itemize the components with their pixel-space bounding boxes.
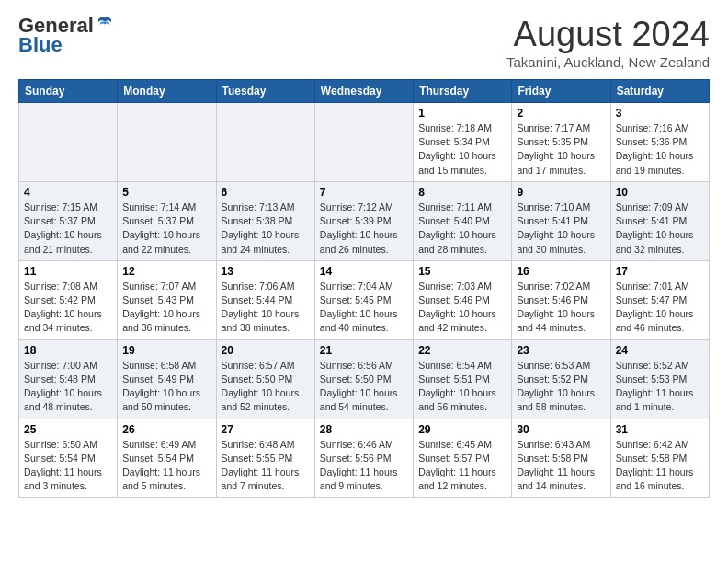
day-info: Sunrise: 7:13 AMSunset: 5:38 PMDaylight:… <box>222 201 310 257</box>
calendar-table: Sunday Monday Tuesday Wednesday Thursday… <box>18 79 710 498</box>
day-info: Sunrise: 7:16 AMSunset: 5:36 PMDaylight:… <box>616 121 704 178</box>
table-row: 26Sunrise: 6:49 AMSunset: 5:54 PMDayligh… <box>118 419 216 498</box>
table-row: 4Sunrise: 7:15 AMSunset: 5:37 PMDaylight… <box>19 181 118 260</box>
day-info: Sunrise: 6:56 AMSunset: 5:50 PMDaylight:… <box>320 359 408 415</box>
calendar-header-row: Sunday Monday Tuesday Wednesday Thursday… <box>19 80 710 103</box>
table-row: 10Sunrise: 7:09 AMSunset: 5:41 PMDayligh… <box>610 181 709 260</box>
day-info: Sunrise: 7:11 AMSunset: 5:40 PMDaylight:… <box>418 201 506 257</box>
calendar-week-row: 11Sunrise: 7:08 AMSunset: 5:42 PMDayligh… <box>19 260 710 339</box>
table-row: 16Sunrise: 7:02 AMSunset: 5:46 PMDayligh… <box>512 260 610 339</box>
day-info: Sunrise: 7:15 AMSunset: 5:37 PMDaylight:… <box>24 201 112 257</box>
table-row <box>19 103 118 182</box>
day-number: 19 <box>122 344 210 357</box>
calendar-week-row: 25Sunrise: 6:50 AMSunset: 5:54 PMDayligh… <box>19 419 710 498</box>
table-row: 14Sunrise: 7:04 AMSunset: 5:45 PMDayligh… <box>314 260 413 339</box>
day-info: Sunrise: 6:42 AMSunset: 5:58 PMDaylight:… <box>616 438 704 494</box>
day-info: Sunrise: 7:00 AMSunset: 5:48 PMDaylight:… <box>24 359 112 415</box>
table-row: 30Sunrise: 6:43 AMSunset: 5:58 PMDayligh… <box>512 419 610 498</box>
day-info: Sunrise: 6:49 AMSunset: 5:54 PMDaylight:… <box>122 438 210 494</box>
table-row: 6Sunrise: 7:13 AMSunset: 5:38 PMDaylight… <box>216 181 314 260</box>
day-number: 24 <box>616 344 704 357</box>
day-number: 20 <box>222 344 310 357</box>
calendar-week-row: 1Sunrise: 7:18 AMSunset: 5:34 PMDaylight… <box>19 103 710 182</box>
day-info: Sunrise: 7:07 AMSunset: 5:43 PMDaylight:… <box>122 280 210 336</box>
day-number: 31 <box>616 423 704 436</box>
day-number: 22 <box>418 344 506 357</box>
day-number: 9 <box>517 186 605 199</box>
table-row: 19Sunrise: 6:58 AMSunset: 5:49 PMDayligh… <box>118 339 216 419</box>
day-number: 3 <box>616 107 704 120</box>
month-title: August 2024 <box>506 15 710 54</box>
table-row: 17Sunrise: 7:01 AMSunset: 5:47 PMDayligh… <box>610 260 709 339</box>
day-number: 29 <box>418 423 506 436</box>
table-row: 3Sunrise: 7:16 AMSunset: 5:36 PMDaylight… <box>610 103 709 182</box>
day-info: Sunrise: 6:50 AMSunset: 5:54 PMDaylight:… <box>24 438 112 494</box>
day-number: 11 <box>24 265 112 278</box>
logo-bird-icon <box>96 15 114 33</box>
day-info: Sunrise: 6:53 AMSunset: 5:52 PMDaylight:… <box>517 359 605 415</box>
header-monday: Monday <box>118 80 216 103</box>
table-row: 25Sunrise: 6:50 AMSunset: 5:54 PMDayligh… <box>19 419 118 498</box>
day-info: Sunrise: 6:52 AMSunset: 5:53 PMDaylight:… <box>616 359 704 415</box>
table-row: 5Sunrise: 7:14 AMSunset: 5:37 PMDaylight… <box>118 181 216 260</box>
day-number: 27 <box>222 423 310 436</box>
table-row: 31Sunrise: 6:42 AMSunset: 5:58 PMDayligh… <box>610 419 709 498</box>
day-info: Sunrise: 6:48 AMSunset: 5:55 PMDaylight:… <box>222 438 310 494</box>
table-row: 9Sunrise: 7:10 AMSunset: 5:41 PMDaylight… <box>512 181 610 260</box>
day-number: 8 <box>418 186 506 199</box>
location: Takanini, Auckland, New Zealand <box>506 54 710 70</box>
day-number: 25 <box>24 423 112 436</box>
logo: General Blue <box>18 15 114 57</box>
logo-blue-text: Blue <box>18 33 63 57</box>
table-row: 1Sunrise: 7:18 AMSunset: 5:34 PMDaylight… <box>414 103 512 182</box>
table-row: 23Sunrise: 6:53 AMSunset: 5:52 PMDayligh… <box>512 339 610 419</box>
table-row: 20Sunrise: 6:57 AMSunset: 5:50 PMDayligh… <box>216 339 314 419</box>
table-row <box>216 103 314 182</box>
day-info: Sunrise: 7:10 AMSunset: 5:41 PMDaylight:… <box>517 201 605 257</box>
day-number: 12 <box>122 265 210 278</box>
table-row: 21Sunrise: 6:56 AMSunset: 5:50 PMDayligh… <box>314 339 413 419</box>
day-info: Sunrise: 7:06 AMSunset: 5:44 PMDaylight:… <box>222 280 310 336</box>
day-info: Sunrise: 6:46 AMSunset: 5:56 PMDaylight:… <box>320 438 408 494</box>
day-info: Sunrise: 7:01 AMSunset: 5:47 PMDaylight:… <box>616 280 704 336</box>
table-row: 15Sunrise: 7:03 AMSunset: 5:46 PMDayligh… <box>414 260 512 339</box>
day-number: 13 <box>222 265 310 278</box>
table-row: 12Sunrise: 7:07 AMSunset: 5:43 PMDayligh… <box>118 260 216 339</box>
header-tuesday: Tuesday <box>216 80 314 103</box>
table-row: 8Sunrise: 7:11 AMSunset: 5:40 PMDaylight… <box>414 181 512 260</box>
table-row <box>314 103 413 182</box>
day-info: Sunrise: 6:45 AMSunset: 5:57 PMDaylight:… <box>418 438 506 494</box>
day-info: Sunrise: 7:04 AMSunset: 5:45 PMDaylight:… <box>320 280 408 336</box>
day-number: 28 <box>320 423 408 436</box>
day-info: Sunrise: 7:18 AMSunset: 5:34 PMDaylight:… <box>418 121 506 178</box>
day-number: 2 <box>517 107 605 120</box>
day-number: 18 <box>24 344 112 357</box>
day-info: Sunrise: 7:17 AMSunset: 5:35 PMDaylight:… <box>517 121 605 178</box>
day-number: 21 <box>320 344 408 357</box>
table-row: 2Sunrise: 7:17 AMSunset: 5:35 PMDaylight… <box>512 103 610 182</box>
day-number: 14 <box>320 265 408 278</box>
day-number: 5 <box>122 186 210 199</box>
table-row: 11Sunrise: 7:08 AMSunset: 5:42 PMDayligh… <box>19 260 118 339</box>
day-info: Sunrise: 7:12 AMSunset: 5:39 PMDaylight:… <box>320 201 408 257</box>
table-row: 13Sunrise: 7:06 AMSunset: 5:44 PMDayligh… <box>216 260 314 339</box>
day-info: Sunrise: 6:58 AMSunset: 5:49 PMDaylight:… <box>122 359 210 415</box>
day-info: Sunrise: 7:14 AMSunset: 5:37 PMDaylight:… <box>122 201 210 257</box>
day-info: Sunrise: 7:02 AMSunset: 5:46 PMDaylight:… <box>517 280 605 336</box>
table-row <box>118 103 216 182</box>
day-info: Sunrise: 7:03 AMSunset: 5:46 PMDaylight:… <box>418 280 506 336</box>
title-area: August 2024 Takanini, Auckland, New Zeal… <box>506 15 710 70</box>
day-number: 7 <box>320 186 408 199</box>
table-row: 29Sunrise: 6:45 AMSunset: 5:57 PMDayligh… <box>414 419 512 498</box>
calendar-week-row: 4Sunrise: 7:15 AMSunset: 5:37 PMDaylight… <box>19 181 710 260</box>
header-sunday: Sunday <box>19 80 118 103</box>
day-number: 10 <box>616 186 704 199</box>
day-info: Sunrise: 6:43 AMSunset: 5:58 PMDaylight:… <box>517 438 605 494</box>
table-row: 7Sunrise: 7:12 AMSunset: 5:39 PMDaylight… <box>314 181 413 260</box>
day-number: 23 <box>517 344 605 357</box>
day-info: Sunrise: 6:54 AMSunset: 5:51 PMDaylight:… <box>418 359 506 415</box>
day-number: 15 <box>418 265 506 278</box>
table-row: 18Sunrise: 7:00 AMSunset: 5:48 PMDayligh… <box>19 339 118 419</box>
day-number: 6 <box>222 186 310 199</box>
header: General Blue August 2024 Takanini, Auckl… <box>18 15 710 70</box>
